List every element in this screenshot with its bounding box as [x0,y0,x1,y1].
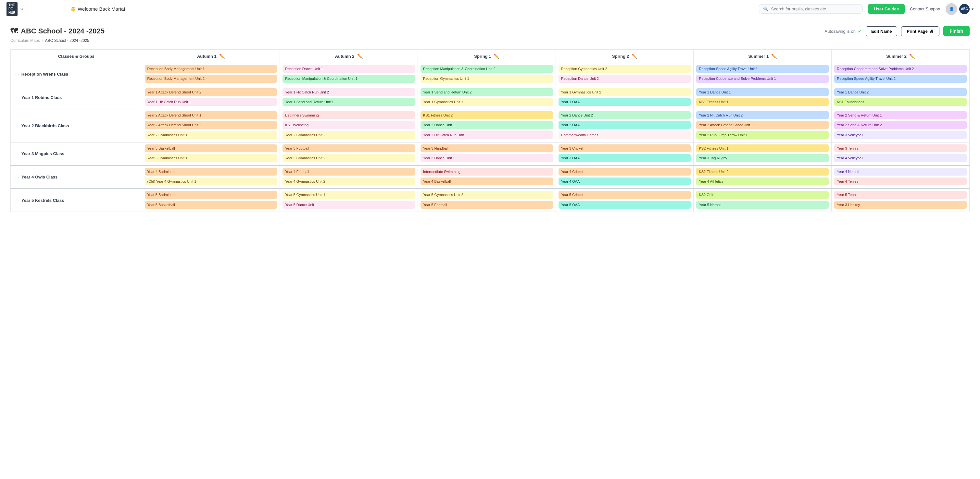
unit-tag[interactable]: Year 4 Badminton [145,168,277,176]
unit-tag[interactable]: Year 2 Dance Unit 2 [558,111,691,119]
unit-tag[interactable]: Year 3 OAA [558,154,691,162]
unit-tag[interactable]: Year 1 OAA [558,98,691,106]
unit-tag[interactable]: Year 3 Tag Rugby [696,154,829,162]
unit-tag[interactable]: Reception Cooperate and Solve Problems U… [696,75,829,82]
unit-tag[interactable]: KS2 Fitness Unit 1 [696,144,829,152]
unit-tag[interactable]: Year 4 Cricket [558,168,691,176]
unit-tag[interactable]: Year 5 Gymnastics Unit 1 [283,191,415,198]
unit-tag[interactable]: Year 3 Dance Unit 1 [420,154,553,162]
unit-tag[interactable]: Year 2 Dance Unit 1 [420,121,553,129]
unit-tag[interactable]: Year 4 Basketball [420,178,553,185]
unit-tag[interactable]: Reception Body Management Unit 2 [145,75,277,82]
unit-tag[interactable]: Year 1 Hit Catch Run Unit 2 [283,88,415,96]
unit-tag[interactable]: Year 2 Run Jump Throw Unit 1 [696,131,829,139]
edit-summer1-icon[interactable]: ✏️ [771,54,777,59]
unit-tag[interactable]: Year 4 Football [283,168,415,176]
unit-tag[interactable]: Year 5 Dance Unit 1 [283,201,415,209]
unit-tag[interactable]: Year 5 Tennis [834,191,967,198]
unit-tag[interactable]: Year 2 Send & Return Unit 1 [834,111,967,119]
unit-tag[interactable]: Commonwealth Games [558,131,691,139]
unit-tag[interactable]: Reception Speed Agility Travel Unit 2 [834,75,967,82]
unit-tag[interactable]: Year 2 Attack Defend Shoot Unit 1 [145,111,277,119]
unit-tag[interactable]: Year 1 Dance Unit 1 [696,88,829,96]
search-input[interactable] [771,6,859,11]
unit-tag[interactable]: Year 5 Netball [696,201,829,209]
unit-tag[interactable]: Year 4 Netball [834,168,967,176]
unit-tag[interactable]: KS1 Fitness Unit 2 [420,111,553,119]
unit-tag[interactable]: Year 2 Gymnastics Unit 1 [145,131,277,139]
edit-name-button[interactable]: Edit Name [866,26,897,36]
unit-tag[interactable]: Year 2 Attack Defend Shoot Unit 2 [145,121,277,129]
unit-tag[interactable]: Intermediate Swimming [420,168,553,176]
unit-tag[interactable]: KS1 Wellbeing [283,121,415,129]
unit-tag[interactable]: Year 3 Volleyball [834,131,967,139]
unit-tag[interactable]: Beginners Swimming [283,111,415,119]
unit-tag[interactable]: (Old) Year 4 Gymnastics Unit 1 [145,178,277,185]
unit-tag[interactable]: Reception Dance Unit 2 [558,75,691,82]
unit-tag[interactable]: Year 1 Send and Return Unit 2 [420,88,553,96]
unit-tag[interactable]: Year 3 Gymnastics Unit 1 [145,154,277,162]
welcome-message: 👋 Welcome Back Marta! [70,6,754,12]
unit-tag[interactable]: Year 3 Basketball [145,144,277,152]
unit-tag[interactable]: KS2 Golf [696,191,829,198]
user-guides-button[interactable]: User Guides [868,4,905,14]
unit-tag[interactable]: Year 1 Send and Return Unit 1 [283,98,415,106]
class-options-dots[interactable]: ··· [15,95,19,100]
unit-tag[interactable]: Year 1 Dance Unit 2 [834,88,967,96]
unit-tag[interactable]: Reception Body Management Unit 1 [145,65,277,73]
unit-tag[interactable]: Year 2 Gymnastics Unit 2 [283,131,415,139]
unit-tag[interactable]: Year 1 Hit Catch Run Unit 1 [145,98,277,106]
unit-tag[interactable]: Reception Gymnastics Unit 2 [558,65,691,73]
unit-tag[interactable]: Year 1 Gymnastics Unit 1 [420,98,553,106]
unit-tag[interactable]: Year 2 Hit Catch Run Unit 2 [696,111,829,119]
unit-tag[interactable]: KS1 Foundations [834,98,967,106]
unit-tag[interactable]: Year 3 Gymnastics Unit 2 [283,154,415,162]
unit-tag[interactable]: KS1 Fitness Unit 1 [696,98,829,106]
unit-tag[interactable]: Year 5 Football [420,201,553,209]
contact-support-button[interactable]: Contact Support [910,6,940,11]
avatar-area[interactable]: 👤 ABC ▾ [946,3,974,15]
breadcrumb-root-link[interactable]: Curriculum Maps [10,38,40,43]
edit-spring2-icon[interactable]: ✏️ [632,54,637,59]
unit-tag[interactable]: Year 2 Attack Defend Shoot Unit 1 [696,121,829,129]
unit-tag[interactable]: Reception Manipulation & Coordination Un… [283,75,415,82]
unit-tag[interactable]: Year 2 OAA [558,121,691,129]
unit-tag[interactable]: Year 4 Tennis [834,178,967,185]
unit-tag[interactable]: Reception Cooperate and Solve Problems U… [834,65,967,73]
edit-autumn1-icon[interactable]: ✏️ [219,54,225,59]
unit-tag[interactable]: Year 3 Tennis [834,144,967,152]
class-options-dots[interactable]: ··· [15,123,19,128]
unit-tag[interactable]: Reception Speed Agility Travel Unit 1 [696,65,829,73]
unit-tag[interactable]: Reception Dance Unit 1 [283,65,415,73]
unit-tag[interactable]: Year 5 Basketball [145,201,277,209]
class-options-dots[interactable]: ··· [15,174,19,179]
unit-tag[interactable]: Year 2 Hit Catch Run Unit 1 [420,131,553,139]
unit-tag[interactable]: Year 5 Badminton [145,191,277,198]
search-bar[interactable]: 🔍 [759,4,863,14]
unit-tag[interactable]: Year 1 Attack Defend Shoot Unit 2 [145,88,277,96]
unit-tag[interactable]: Year 4 OAA [558,178,691,185]
unit-tag[interactable]: Year 5 OAA [558,201,691,209]
unit-tag[interactable]: Reception Manipulation & Coordination Un… [420,65,553,73]
unit-tag[interactable]: Year 4 Athletics [696,178,829,185]
unit-tag[interactable]: Year 5 Cricket [558,191,691,198]
edit-autumn2-icon[interactable]: ✏️ [357,54,363,59]
unit-tag[interactable]: Year 3 Handball [420,144,553,152]
class-options-dots[interactable]: ··· [15,72,19,76]
unit-tag[interactable]: Year 4 Gymnastics Unit 2 [283,178,415,185]
unit-tag[interactable]: Year 2 Send & Return Unit 2 [834,121,967,129]
unit-tag[interactable]: Year 3 Hockey [834,201,967,209]
edit-summer2-icon[interactable]: ✏️ [909,54,915,59]
unit-tag[interactable]: Year 3 Cricket [558,144,691,152]
unit-tag[interactable]: Year 1 Gymnastics Unit 2 [558,88,691,96]
edit-spring1-icon[interactable]: ✏️ [493,54,499,59]
unit-tag[interactable]: Year 5 Gymnastics Unit 2 [420,191,553,198]
unit-tag[interactable]: Reception Gymnastics Unit 1 [420,75,553,82]
class-options-dots[interactable]: ··· [15,151,19,156]
class-options-dots[interactable]: ··· [15,198,19,203]
finish-button[interactable]: Finish [943,26,970,36]
unit-tag[interactable]: Year 3 Football [283,144,415,152]
unit-tag[interactable]: Year 4 Volleyball [834,154,967,162]
print-page-button[interactable]: Print Page 🖨 [901,26,939,36]
unit-tag[interactable]: KS2 Fitness Unit 2 [696,168,829,176]
